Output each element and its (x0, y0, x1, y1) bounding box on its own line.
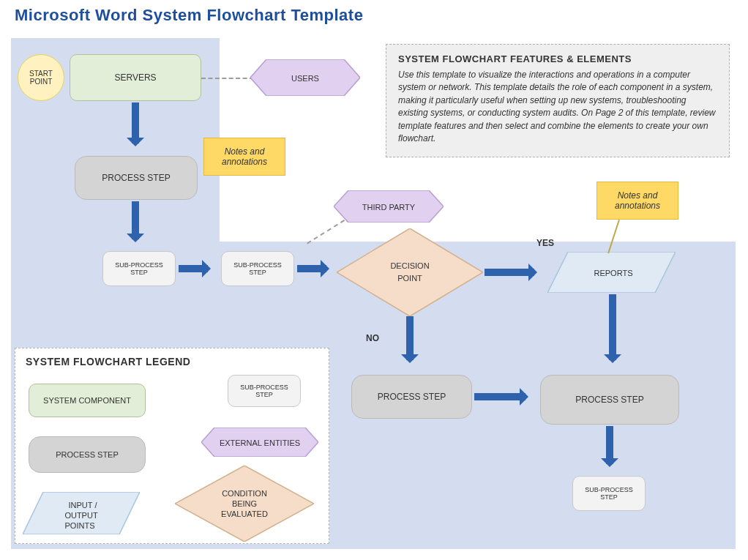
third-party-node: THIRD PARTY (334, 190, 444, 223)
legend-process-step: PROCESS STEP (29, 436, 146, 473)
legend-external-entities-label: EXTERNAL ENTITIES (220, 438, 300, 447)
note-1-label: Notes and annotations (207, 146, 282, 167)
legend-system-component: SYSTEM COMPONENT (29, 384, 146, 417)
process-step-right: PROCESS STEP (540, 375, 679, 425)
start-point: START POINT (18, 54, 64, 101)
note-2-label: Notes and annotations (600, 190, 675, 211)
arrow-decision-down (406, 316, 414, 360)
legend-condition-l1: CONDITION (222, 489, 267, 498)
legend-box: SYSTEM FLOWCHART LEGEND SYSTEM COMPONENT… (15, 348, 329, 544)
legend-process-step-label: PROCESS STEP (56, 450, 119, 459)
sub-process-2-label: SUB-PROCESS STEP (225, 261, 291, 276)
arrow-servers-process (132, 102, 139, 143)
svg-marker-2 (337, 228, 483, 316)
process-step-left: PROCESS STEP (351, 375, 472, 419)
connector-servers-users (201, 78, 254, 79)
sub-process-3: SUB-PROCESS STEP (572, 476, 646, 511)
legend-condition-l3: EVALUATED (221, 509, 268, 518)
decision-label-1: DECISION (390, 261, 429, 270)
page-title: Microsoft Word System Flowchart Template (15, 6, 363, 25)
arrow-process-process (474, 393, 526, 400)
legend-io-l2: OUTPUT (64, 511, 98, 520)
legend-sub-process: SUB-PROCESS STEP (228, 375, 301, 407)
note-2: Notes and annotations (596, 182, 678, 220)
process-step-right-label: PROCESS STEP (575, 395, 643, 405)
note-1: Notes and annotations (203, 138, 285, 176)
sub-process-3-label: SUB-PROCESS STEP (576, 486, 642, 501)
third-party-label: THIRD PARTY (362, 203, 416, 212)
no-label: NO (366, 333, 379, 343)
legend-io-l1: INPUT / (69, 501, 98, 509)
features-title: SYSTEM FLOWCHART FEATURES & ELEMENTS (398, 53, 717, 64)
legend-external-entities: EXTERNAL ENTITIES (201, 428, 318, 457)
features-body: Use this template to visualize the inter… (398, 69, 717, 145)
legend-io-points: INPUT / OUTPUT POINTS (23, 492, 140, 534)
decision-label-2: POINT (397, 274, 422, 283)
reports-node: REPORTS (547, 252, 676, 293)
legend-sub-process-label: SUB-PROCESS STEP (231, 384, 297, 398)
sub-process-1: SUB-PROCESS STEP (102, 251, 176, 286)
legend-io-l3: POINTS (65, 521, 95, 530)
process-step-left-label: PROCESS STEP (378, 392, 446, 402)
legend-title: SYSTEM FLOWCHART LEGEND (26, 356, 318, 367)
servers-node: SERVERS (70, 54, 201, 101)
users-node: USERS (250, 59, 360, 96)
arrow-sub1-sub2 (179, 265, 208, 272)
process-step-1: PROCESS STEP (75, 156, 198, 200)
start-point-label: START POINT (18, 70, 64, 86)
legend-condition-l2: BEING (232, 499, 257, 508)
arrow-decision-reports (485, 269, 534, 276)
arrow-process-sub1 (132, 201, 139, 239)
process-step-1-label: PROCESS STEP (102, 173, 170, 183)
yes-label: YES (536, 238, 554, 248)
users-label: USERS (291, 74, 319, 83)
arrow-reports-down (609, 294, 616, 360)
sub-process-1-label: SUB-PROCESS STEP (106, 261, 172, 276)
decision-node: DECISION POINT (337, 228, 483, 316)
reports-label: REPORTS (594, 269, 633, 277)
arrow-sub2-decision (297, 265, 326, 272)
legend-system-component-label: SYSTEM COMPONENT (43, 396, 131, 405)
servers-label: SERVERS (114, 72, 156, 83)
sub-process-2: SUB-PROCESS STEP (221, 251, 294, 286)
features-box: SYSTEM FLOWCHART FEATURES & ELEMENTS Use… (386, 44, 730, 157)
arrow-process-sub3 (606, 426, 613, 464)
legend-condition: CONDITION BEING EVALUATED (175, 466, 314, 542)
